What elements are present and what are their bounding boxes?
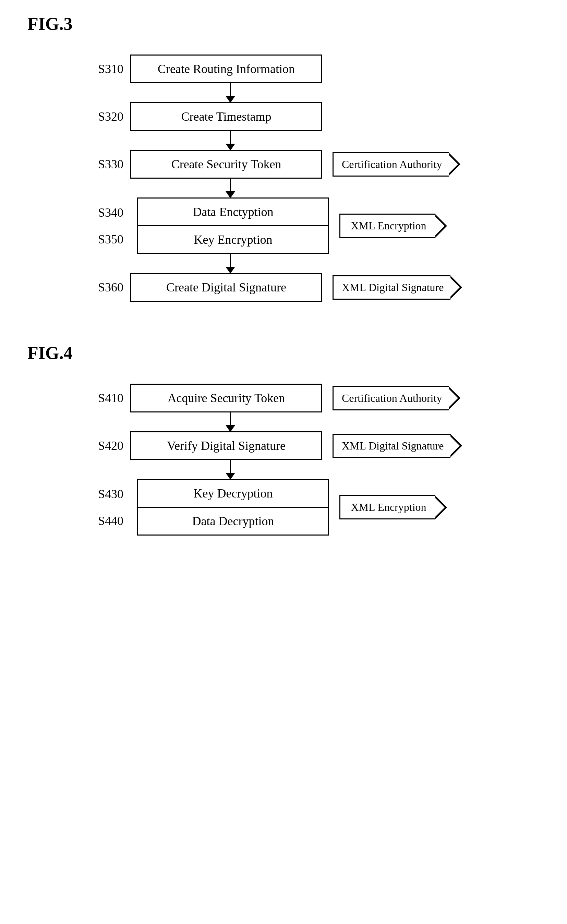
step-s310: S310 Create Routing Information (82, 54, 322, 83)
s430-label: S430 (82, 481, 123, 507)
s430-box: Key Decryption (137, 479, 329, 507)
s430-s440-side-text: XML Encryption (339, 495, 435, 519)
s440-label: S440 (82, 507, 123, 534)
s420-side-text: XML Digital Signature (333, 434, 450, 458)
step-s430-s440: S430 S440 Key Decryption Data Decryption… (82, 479, 447, 536)
step-s420: S420 Verify Digital Signature XML Digita… (82, 431, 462, 460)
figure-3: FIG.3 S310 Create Routing Information S3… (21, 14, 546, 302)
step-s410: S410 Acquire Security Token Certificatio… (82, 384, 460, 412)
step-s360: S360 Create Digital Signature XML Digita… (82, 273, 462, 302)
s420-box: Verify Digital Signature (130, 431, 322, 460)
arrow-s330-s340 (82, 178, 235, 198)
step-s320: S320 Create Timestamp (82, 102, 322, 131)
arrow-s350-s360 (82, 254, 235, 273)
s360-box: Create Digital Signature (130, 273, 322, 302)
s360-label: S360 (82, 280, 123, 294)
s330-box: Create Security Token (130, 150, 322, 178)
s440-box: Data Decryption (137, 507, 329, 536)
s320-box: Create Timestamp (130, 102, 322, 131)
s340-s350-side: XML Encryption (339, 214, 447, 238)
arrow-s420-s430 (82, 460, 235, 479)
s340-box: Data Enctyption (137, 198, 329, 225)
fig3-title: FIG.3 (27, 14, 546, 34)
s330-side-text: Certification Authority (333, 152, 449, 177)
fig4-title: FIG.4 (27, 343, 546, 363)
s340-label: S340 (82, 199, 123, 226)
s410-box: Acquire Security Token (130, 384, 322, 412)
step-s330: S330 Create Security Token Certification… (82, 150, 460, 178)
s330-side: Certification Authority (333, 152, 460, 177)
arrow-s310-s320 (82, 83, 235, 102)
step-s340-s350: S340 S350 Data Enctyption Key Encryption… (82, 198, 447, 254)
s360-side: XML Digital Signature (333, 275, 462, 300)
s360-side-text: XML Digital Signature (333, 275, 450, 300)
s420-label: S420 (82, 438, 123, 453)
fig3-diagram: S310 Create Routing Information S320 Cre… (82, 54, 546, 302)
fig4-diagram: S410 Acquire Security Token Certificatio… (82, 384, 546, 536)
s410-label: S410 (82, 391, 123, 405)
s320-label: S320 (82, 110, 123, 124)
arrow-s320-s330 (82, 131, 235, 150)
s420-side: XML Digital Signature (333, 434, 462, 458)
s410-side-text: Certification Authority (333, 386, 449, 410)
s350-label: S350 (82, 226, 123, 253)
s310-box: Create Routing Information (130, 54, 322, 83)
s310-label: S310 (82, 62, 123, 76)
arrow-s410-s420 (82, 412, 235, 431)
s340-s350-side-text: XML Encryption (339, 214, 435, 238)
s430-s440-side: XML Encryption (339, 495, 447, 519)
s330-label: S330 (82, 157, 123, 171)
s410-side: Certification Authority (333, 386, 460, 410)
figure-4: FIG.4 S410 Acquire Security Token Certif… (21, 343, 546, 536)
s350-box: Key Encryption (137, 225, 329, 254)
